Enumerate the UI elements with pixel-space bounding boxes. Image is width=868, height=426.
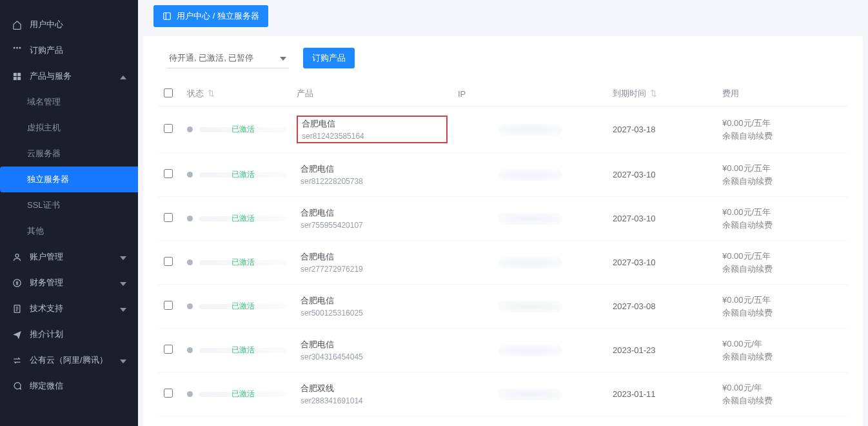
- svg-rect-6: [17, 77, 21, 80]
- sidebar-item[interactable]: 账户管理: [0, 244, 138, 270]
- table-row[interactable]: 已激活合肥电信ser8122282057382027-03-10¥0.00元/五…: [159, 153, 847, 197]
- svg-rect-0: [13, 46, 15, 48]
- fee-amount: ¥0.00元/五年: [722, 162, 842, 175]
- breadcrumb-icon: [163, 12, 172, 21]
- sidebar-sub-item[interactable]: 域名管理: [27, 89, 138, 115]
- sidebar: 用户中心订购产品产品与服务域名管理虚拟主机云服务器独立服务器SSL证书其他账户管…: [0, 0, 138, 426]
- sidebar-sub-item[interactable]: 云服务器: [27, 141, 138, 167]
- ip-redacted: [498, 257, 562, 269]
- sidebar-item-label: 产品与服务: [30, 70, 72, 82]
- status-pill: 已激活: [187, 127, 286, 132]
- table-row[interactable]: 已激活合肥电信ser8124235851642027-03-18¥0.00元/五…: [159, 107, 847, 153]
- sidebar-item[interactable]: 绑定微信: [0, 373, 138, 399]
- fee-note: 余额自动续费: [722, 175, 842, 188]
- fee-cell: ¥0.00元/年余额自动续费: [722, 381, 842, 407]
- fee-note: 余额自动续费: [722, 130, 842, 143]
- product-code: ser755955420107: [301, 221, 444, 230]
- grid-icon: [12, 45, 22, 56]
- th-status[interactable]: 状态⇅: [182, 81, 291, 107]
- sidebar-item[interactable]: 订购产品: [0, 37, 138, 63]
- fee-note: 余额自动续费: [722, 307, 842, 320]
- table-row[interactable]: 已激活合肥电信ser3043164540452023-01-23¥0.00元/年…: [159, 329, 847, 372]
- product-name: 合肥电信: [301, 207, 444, 219]
- sidebar-item[interactable]: 公有云（阿里/腾讯）: [0, 347, 138, 373]
- fee-note: 余额自动续费: [722, 219, 842, 232]
- chevron-down-icon: [120, 252, 126, 262]
- home-icon: [12, 19, 22, 30]
- ip-redacted: [498, 169, 562, 181]
- product-cell: 合肥电信ser500125316025: [297, 294, 448, 319]
- row-checkbox[interactable]: [164, 301, 173, 310]
- row-checkbox[interactable]: [164, 345, 173, 354]
- svg-rect-10: [164, 13, 171, 20]
- sidebar-item-label: 账户管理: [30, 251, 63, 263]
- sort-icon: ⇅: [208, 88, 215, 98]
- fee-amount: ¥0.00元/五年: [722, 294, 842, 307]
- product-name: 合肥电信: [301, 339, 444, 350]
- sort-icon: ⇅: [650, 88, 657, 98]
- order-product-button[interactable]: 订购产品: [303, 48, 355, 68]
- status-text: 已激活: [232, 345, 255, 356]
- row-checkbox[interactable]: [164, 389, 173, 398]
- sidebar-sub-item[interactable]: 虚拟主机: [27, 115, 138, 141]
- status-text: 已激活: [232, 213, 255, 224]
- table-row[interactable]: 已激活合肥电信ser7559554201072027-03-10¥0.00元/五…: [159, 197, 847, 241]
- sidebar-item-label: 推介计划: [30, 329, 63, 340]
- sidebar-sub-item[interactable]: SSL证书: [27, 192, 138, 218]
- table-row[interactable]: 已激活合肥电信ser5001253160252027-03-08¥0.00元/五…: [159, 285, 847, 329]
- sidebar-item[interactable]: 产品与服务: [0, 63, 138, 89]
- product-cell: 合肥电信ser304316454045: [297, 338, 448, 363]
- sidebar-sub-item[interactable]: 独立服务器: [0, 167, 138, 192]
- status-filter-dropdown[interactable]: 待开通, 已激活, 已暂停: [166, 48, 289, 68]
- sidebar-sub-item[interactable]: 其他: [27, 218, 138, 244]
- fee-cell: ¥0.00元/年余额自动续费: [722, 338, 842, 363]
- th-fee: 费用: [717, 81, 847, 107]
- doc-icon: [12, 303, 22, 314]
- sidebar-item-label: 技术支持: [30, 303, 63, 314]
- row-checkbox[interactable]: [164, 213, 173, 222]
- fee-note: 余额自动续费: [722, 394, 842, 407]
- status-pill: 已激活: [187, 303, 286, 309]
- fee-amount: ¥0.00元/五年: [722, 206, 842, 219]
- status-pill: 已激活: [187, 259, 286, 265]
- status-dot-icon: [187, 303, 193, 309]
- sidebar-item[interactable]: 财务管理: [0, 270, 138, 296]
- table-row[interactable]: 已激活合肥电信ser2772729762192027-03-10¥0.00元/五…: [159, 241, 847, 285]
- ip-redacted: [498, 345, 562, 356]
- table-row[interactable]: 已激活合肥双线ser2883416910142023-01-11¥0.00元/年…: [159, 372, 847, 416]
- row-checkbox[interactable]: [164, 257, 173, 266]
- fee-cell: ¥0.00元/五年余额自动续费: [722, 117, 842, 142]
- fee-note: 余额自动续费: [722, 263, 842, 276]
- fee-amount: ¥0.00元/年: [722, 338, 842, 350]
- sidebar-item[interactable]: 推介计划: [0, 321, 138, 347]
- chevron-down-icon: [120, 356, 126, 365]
- expiry-date: 2027-03-18: [613, 125, 656, 134]
- status-text: 已激活: [232, 124, 255, 135]
- product-name: 合肥电信: [301, 251, 444, 263]
- row-checkbox[interactable]: [164, 169, 173, 178]
- product-code: ser812423585164: [302, 132, 442, 141]
- row-checkbox[interactable]: [164, 124, 173, 133]
- status-dot-icon: [187, 127, 193, 132]
- sidebar-item[interactable]: 技术支持: [0, 296, 138, 321]
- status-pill: 已激活: [187, 216, 286, 221]
- expiry-date: 2023-01-11: [613, 389, 656, 399]
- th-ip: IP: [453, 81, 607, 107]
- ip-redacted: [498, 389, 562, 400]
- status-text: 已激活: [232, 257, 255, 268]
- status-text: 已激活: [232, 389, 255, 400]
- svg-rect-4: [17, 72, 21, 76]
- status-pill: 已激活: [187, 391, 286, 397]
- sidebar-item[interactable]: 用户中心: [0, 12, 138, 37]
- caret-down-icon: [280, 53, 286, 63]
- product-code: ser304316454045: [301, 352, 444, 361]
- breadcrumb[interactable]: 用户中心 / 独立服务器: [153, 5, 268, 27]
- status-pill: 已激活: [187, 347, 286, 353]
- sidebar-item-label: 绑定微信: [30, 380, 63, 392]
- product-name: 合肥电信: [301, 295, 444, 307]
- th-expiry[interactable]: 到期时间⇅: [607, 81, 717, 107]
- status-dot-icon: [187, 172, 193, 178]
- select-all-checkbox[interactable]: [164, 88, 173, 97]
- fee-cell: ¥0.00元/五年余额自动续费: [722, 206, 842, 231]
- fee-cell: ¥0.00元/五年余额自动续费: [722, 250, 842, 275]
